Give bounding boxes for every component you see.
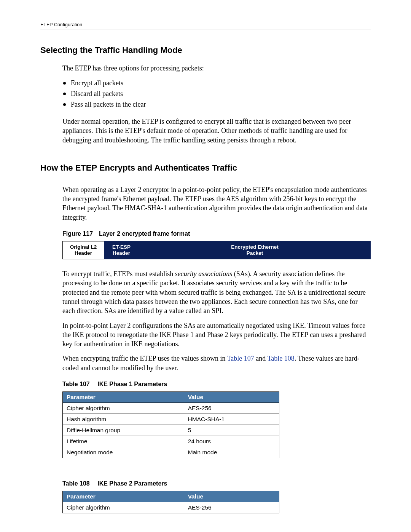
column-header: Value (184, 392, 279, 403)
table-row: Lifetime 24 hours (63, 436, 279, 447)
heading-encrypts-auth: How the ETEP Encrypts and Authenticates … (40, 163, 371, 173)
cell-value: HMAC-SHA-1 (184, 414, 279, 425)
table-108-caption: Table 108 IKE Phase 2 Parameters (62, 480, 371, 487)
section2-ike-para: In point-to-point Layer 2 configurations… (62, 321, 371, 349)
breadcrumb: ETEP Configuration (40, 22, 82, 27)
table-header-row: Parameter Value (63, 392, 279, 403)
frame-label: Encrypted Ethernet (139, 244, 371, 250)
frame-label: Packet (139, 250, 371, 256)
cell-param: Cipher algorithm (63, 502, 184, 513)
text: When encrypting traffic the ETEP uses th… (62, 355, 227, 362)
figure-117-caption: Figure 117 Layer 2 encrypted frame forma… (62, 230, 371, 237)
table-row: Negotiation mode Main mode (63, 447, 279, 458)
page-header: ETEP Configuration (40, 22, 371, 29)
italic-term: security associations (175, 270, 233, 278)
link-table-108[interactable]: Table 108 (267, 355, 294, 362)
list-item: Encrypt all packets (62, 78, 371, 89)
cell-param: Diffie-Hellman group (63, 425, 184, 436)
section1-para2: Under normal operation, the ETEP is conf… (62, 117, 371, 145)
column-header: Parameter (63, 491, 184, 502)
heading-traffic-mode: Selecting the Traffic Handling Mode (40, 45, 371, 55)
cell-value: AES-256 (184, 403, 279, 414)
cell-value: 24 hours (184, 436, 279, 447)
cell-param: Hash algorithm (63, 414, 184, 425)
section2-tables-para: When encrypting traffic the ETEP uses th… (62, 354, 371, 372)
figure-117-frame: Original L2 Header ET-ESP Header Encrypt… (62, 241, 371, 259)
frame-etesp-header: ET-ESP Header (104, 241, 139, 259)
column-header: Value (184, 491, 279, 502)
cell-param: Lifetime (63, 436, 184, 447)
table-107: Parameter Value Cipher algorithm AES-256… (62, 391, 279, 458)
table-107-caption: Table 107 IKE Phase 1 Parameters (62, 381, 371, 388)
section2-body: When operating as a Layer 2 encryptor in… (40, 185, 371, 513)
text: To encrypt traffic, ETEPs must establish (62, 270, 175, 278)
column-header: Parameter (63, 392, 184, 403)
section2-sa-para: To encrypt traffic, ETEPs must establish… (62, 269, 371, 315)
table-row: Cipher algorithm AES-256 (63, 502, 279, 513)
section2-intro: When operating as a Layer 2 encryptor in… (62, 185, 371, 222)
frame-encrypted-packet: Encrypted Ethernet Packet (139, 241, 371, 259)
list-item: Discard all packets (62, 89, 371, 99)
table-row: Hash algorithm HMAC-SHA-1 (63, 414, 279, 425)
text: and (254, 355, 268, 362)
section1-intro: The ETEP has three options for processin… (62, 64, 371, 73)
link-table-107[interactable]: Table 107 (227, 355, 254, 362)
frame-label: Original L2 (63, 244, 104, 250)
list-item: Pass all packets in the clear (62, 99, 371, 110)
cell-param: Cipher algorithm (63, 403, 184, 414)
table-header-row: Parameter Value (63, 491, 279, 502)
section1-body: The ETEP has three options for processin… (40, 64, 371, 145)
frame-label: Header (104, 250, 139, 256)
cell-value: 5 (184, 425, 279, 436)
cell-param: Negotiation mode (63, 447, 184, 458)
cell-value: Main mode (184, 447, 279, 458)
table-108: Parameter Value Cipher algorithm AES-256 (62, 491, 279, 513)
table-row: Diffie-Hellman group 5 (63, 425, 279, 436)
frame-original-header: Original L2 Header (62, 241, 104, 259)
cell-value: AES-256 (184, 502, 279, 513)
frame-label: Header (63, 250, 104, 256)
table-row: Cipher algorithm AES-256 (63, 403, 279, 414)
frame-label: ET-ESP (104, 244, 139, 250)
traffic-options-list: Encrypt all packets Discard all packets … (62, 78, 371, 110)
